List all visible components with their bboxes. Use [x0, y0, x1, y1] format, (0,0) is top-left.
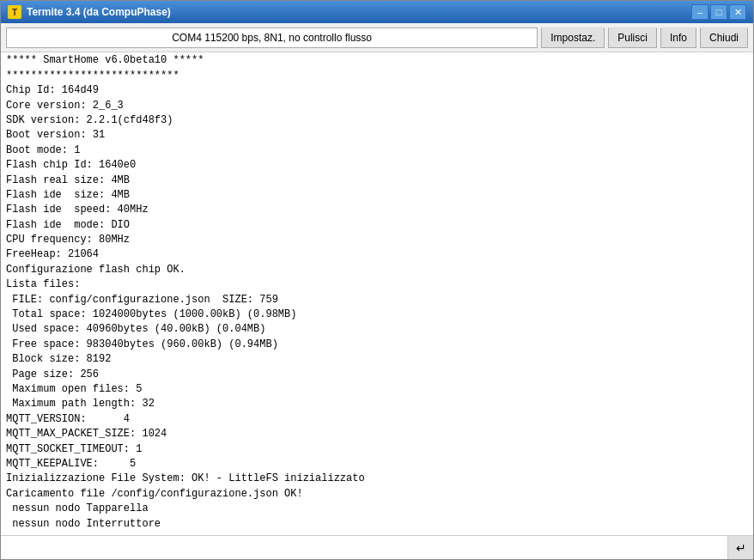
terminal-line: SDK version: 2.2.1(cfd48f3): [6, 113, 748, 128]
window-title: Termite 3.4 (da CompuPhase): [27, 6, 171, 18]
input-bar: ↵: [1, 535, 753, 559]
command-input[interactable]: [1, 536, 727, 559]
terminal-line: Maximum open files: 5: [6, 382, 748, 397]
title-bar-left: T Termite 3.4 (da CompuPhase): [8, 5, 171, 19]
terminal-line: Total space: 1024000bytes (1000.00kB) (0…: [6, 307, 748, 322]
terminal-line: Flash real size: 4MB: [6, 173, 748, 188]
terminal-line: Flash ide mode: DIO: [6, 218, 748, 233]
terminal-line: ****************************: [6, 69, 748, 83]
terminal-line: Block size: 8192: [6, 352, 748, 367]
terminal-line: Page size: 256: [6, 368, 748, 382]
terminal-line: Flash ide size: 4MB: [6, 188, 748, 203]
terminal-line: CPU frequency: 80MHz: [6, 233, 748, 247]
info-button[interactable]: Info: [660, 27, 696, 48]
minimize-button[interactable]: –: [691, 4, 708, 20]
terminal-line: FreeHeap: 21064: [6, 247, 748, 262]
terminal-line: Used space: 40960bytes (40.00kB) (0.04MB…: [6, 322, 748, 337]
terminal-line: Lista files:: [6, 277, 748, 292]
terminal-line: Core version: 2_6_3: [6, 99, 748, 113]
title-bar: T Termite 3.4 (da CompuPhase) – □ ✕: [1, 1, 753, 23]
settings-button[interactable]: Impostaz.: [541, 27, 605, 48]
send-button[interactable]: ↵: [727, 536, 753, 559]
terminal-line: Boot version: 31: [6, 128, 748, 143]
main-window: T Termite 3.4 (da CompuPhase) – □ ✕ COM4…: [0, 0, 754, 560]
terminal-output: ********************************* SmartH…: [1, 52, 753, 535]
terminal-line: Maximum path length: 32: [6, 397, 748, 411]
maximize-button[interactable]: □: [710, 4, 727, 20]
terminal-line: nessun nodo Interruttore: [6, 517, 748, 532]
close-window-button[interactable]: ✕: [729, 4, 746, 20]
close-button[interactable]: Chiudi: [700, 27, 748, 48]
terminal-line: nessun nodo Tapparella: [6, 502, 748, 516]
terminal-line: Flash chip Id: 1640e0: [6, 158, 748, 173]
terminal-line: Chip Id: 164d49: [6, 83, 748, 98]
terminal-line: Free space: 983040bytes (960.00kB) (0.94…: [6, 338, 748, 352]
app-icon: T: [8, 5, 21, 19]
clear-button[interactable]: Pulisci: [608, 27, 657, 48]
terminal-line: Inizializzazione File System: OK! - Litt…: [6, 472, 748, 486]
terminal-line: MQTT_KEEPALIVE: 5: [6, 457, 748, 472]
toolbar: COM4 115200 bps, 8N1, no controllo fluss…: [1, 23, 753, 52]
window-controls: – □ ✕: [691, 4, 746, 20]
terminal-line: Boot mode: 1: [6, 143, 748, 158]
terminal-line: FILE: config/configurazione.json SIZE: 7…: [6, 293, 748, 307]
terminal-line: Flash ide speed: 40MHz: [6, 203, 748, 217]
terminal-line: MQTT_MAX_PACKET_SIZE: 1024: [6, 427, 748, 441]
terminal-line: Caricamento file /config/configurazione.…: [6, 487, 748, 502]
terminal-line: Configurazione flash chip OK.: [6, 263, 748, 277]
main-area: ********************************* SmartH…: [1, 52, 753, 559]
terminal-line: MQTT_SOCKET_TIMEOUT: 1: [6, 442, 748, 457]
terminal-line: MQTT_VERSION: 4: [6, 412, 748, 427]
com-status-label: COM4 115200 bps, 8N1, no controllo fluss…: [6, 27, 538, 48]
terminal-line: ***** SmartHome v6.0beta10 *****: [6, 53, 748, 68]
